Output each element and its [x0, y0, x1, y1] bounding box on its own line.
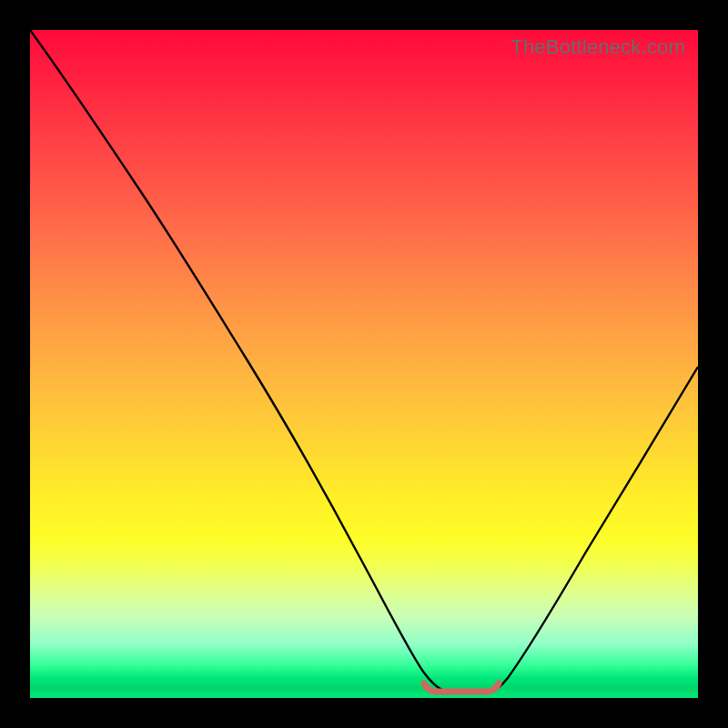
watermark-text: TheBottleneck.com — [511, 35, 685, 59]
plot-area: TheBottleneck.com — [30, 30, 698, 698]
bottleneck-curve — [30, 30, 698, 698]
curve-path — [30, 30, 698, 693]
chart-frame: TheBottleneck.com — [0, 0, 728, 728]
